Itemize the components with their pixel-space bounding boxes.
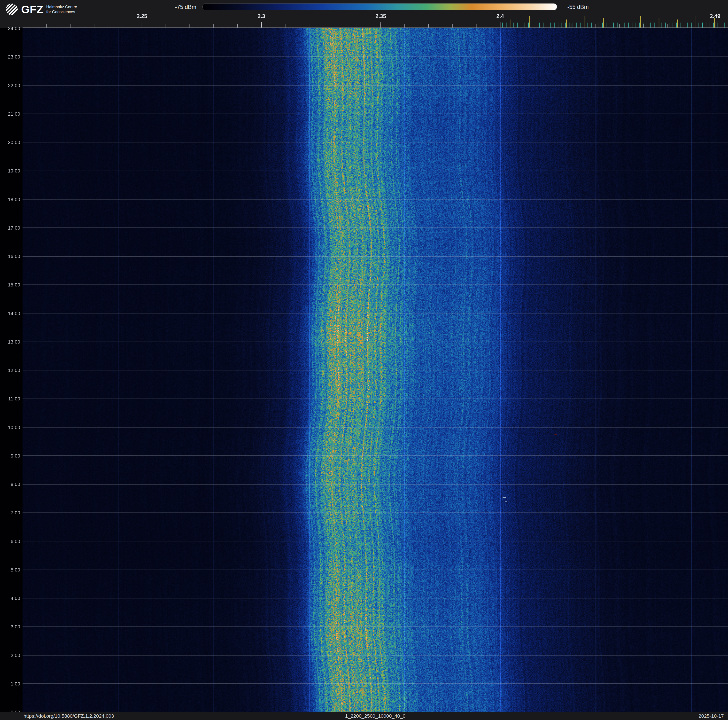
time-axis-label: 23:00 (0, 54, 20, 60)
time-axis-label: 9:00 (0, 453, 20, 459)
time-axis-label: 17:00 (0, 225, 20, 231)
spectrogram-viewer: GFZ Helmholtz Centre for Geosciences -75… (0, 0, 728, 720)
time-axis-label: 4:00 (0, 596, 20, 601)
frequency-axis-canvas (0, 0, 728, 28)
spectrogram-canvas (23, 28, 728, 712)
time-axis-label: 15:00 (0, 282, 20, 288)
time-axis-label: 24:00 (0, 26, 20, 31)
doi-link[interactable]: https://doi.org/10.5880/GFZ.1.2.2024.003 (23, 713, 114, 719)
time-axis-label: 3:00 (0, 624, 20, 630)
time-axis-label: 14:00 (0, 311, 20, 316)
freq-axis-label: 2.4 (484, 13, 517, 20)
freq-axis-label: 2.25 (125, 13, 158, 20)
time-axis-label: 18:00 (0, 197, 20, 202)
time-axis-label: 8:00 (0, 481, 20, 487)
time-axis-label: 19:00 (0, 168, 20, 174)
time-axis-label: 7:00 (0, 510, 20, 516)
time-axis-label: 12:00 (0, 368, 20, 373)
time-axis-label: 5:00 (0, 567, 20, 573)
footer-bar: https://doi.org/10.5880/GFZ.1.2.2024.003… (0, 712, 728, 720)
time-axis-label: 20:00 (0, 139, 20, 145)
freq-axis-label: 2.35 (364, 13, 397, 20)
dataset-id: 1_2200_2500_10000_40_0 (345, 713, 405, 719)
time-axis-label: 6:00 (0, 539, 20, 544)
time-axis-label: 10:00 (0, 424, 20, 430)
time-axis-label: 2:00 (0, 653, 20, 658)
freq-axis-label: 2.49 (699, 13, 728, 20)
time-axis-label: 21:00 (0, 111, 20, 117)
time-axis-label: 11:00 (0, 396, 20, 401)
time-axis-label: 1:00 (0, 681, 20, 686)
time-axis-label: 16:00 (0, 254, 20, 259)
time-axis-label: 22:00 (0, 83, 20, 88)
time-axis-label: 13:00 (0, 339, 20, 345)
freq-axis-label: 2.3 (245, 13, 278, 20)
date-label: 2025-10-17 (699, 713, 724, 719)
